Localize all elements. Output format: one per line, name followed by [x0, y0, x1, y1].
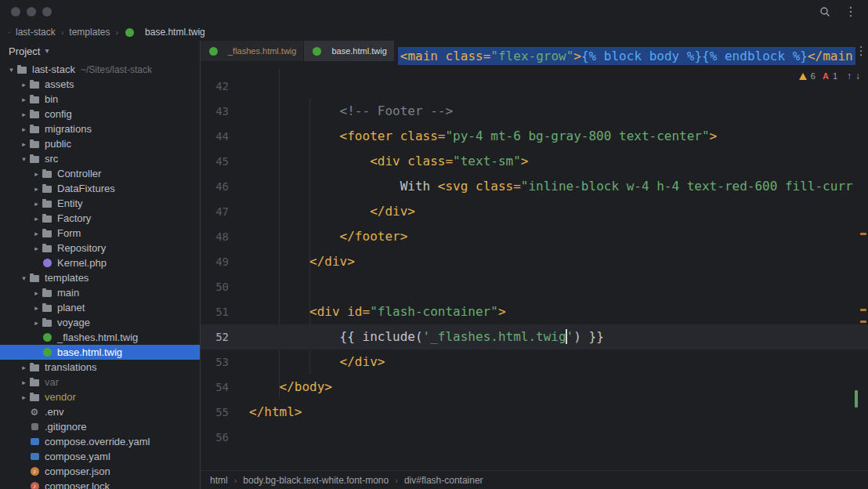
- code-text: </div>: [249, 249, 355, 274]
- twig-file-icon: [311, 46, 322, 56]
- code-token: <footer class=: [340, 129, 446, 143]
- editor-area[interactable]: 6 A 1 ↑ ↓ 4243 <!-- Footer -->44 <footer…: [201, 61, 868, 470]
- tab-flashes-html-twig[interactable]: _flashes.html.twig: [201, 41, 303, 61]
- tree-item-label: templates: [45, 272, 89, 284]
- breadcrumb-item-base-html-twig[interactable]: base.html.twig: [145, 27, 205, 38]
- chevron-right-icon[interactable]: ▸: [19, 140, 29, 148]
- line-number[interactable]: 46: [201, 174, 249, 199]
- line-number[interactable]: 54: [201, 375, 249, 400]
- line-number[interactable]: 45: [201, 149, 249, 174]
- chevron-right-icon[interactable]: ▸: [31, 170, 42, 178]
- previous-problem-arrow-icon[interactable]: ↑: [847, 63, 852, 89]
- chevron-right-icon[interactable]: ▸: [19, 125, 29, 133]
- minimize-button[interactable]: [27, 7, 36, 16]
- code-token: With: [400, 179, 438, 194]
- tree-item-kernel-php[interactable]: Kernel.php: [0, 255, 200, 270]
- chevron-down-icon[interactable]: ▾: [19, 155, 29, 163]
- tree-item-base-html-twig[interactable]: base.html.twig: [0, 345, 200, 360]
- folder-icon: [42, 228, 52, 238]
- chevron-right-icon[interactable]: ▸: [31, 215, 42, 223]
- line-number[interactable]: 49: [201, 249, 249, 274]
- breadcrumb-item-templates[interactable]: templates: [69, 27, 110, 38]
- chevron-right-icon[interactable]: ▸: [31, 304, 42, 312]
- code-line-51: 51 <div id="flash-container">: [201, 299, 868, 324]
- kebab-menu-icon[interactable]: ⋮: [844, 5, 857, 18]
- tree-item-vendor[interactable]: ▸vendor: [0, 389, 200, 404]
- scrollbar-stripe-area[interactable]: [855, 61, 868, 470]
- line-number[interactable]: 56: [201, 425, 249, 450]
- tree-item-planet[interactable]: ▸planet: [0, 300, 200, 315]
- code-line-49: 49 </div>: [201, 249, 868, 274]
- tree-item-assets[interactable]: ▸assets: [0, 77, 200, 92]
- line-number[interactable]: 52: [201, 324, 249, 350]
- chevron-right-icon[interactable]: ▸: [31, 244, 42, 252]
- tab-base-html-twig[interactable]: base.html.twig: [304, 41, 393, 61]
- chevron-right-icon[interactable]: ▸: [19, 96, 29, 103]
- tree-item-label: composer.lock: [45, 480, 110, 489]
- line-number[interactable]: 44: [201, 124, 249, 149]
- chevron-down-icon[interactable]: ▾: [19, 274, 29, 282]
- breadcrumb-item-html[interactable]: html: [210, 475, 228, 486]
- tree-item-templates[interactable]: ▾templates: [0, 270, 200, 285]
- zoom-button[interactable]: [42, 7, 52, 16]
- code-text: <div id="flash-container">: [249, 299, 506, 324]
- tree-item-composer-json[interactable]: ♪composer.json: [0, 464, 200, 479]
- line-number[interactable]: 42: [201, 74, 249, 99]
- chevron-right-icon[interactable]: ▸: [31, 289, 42, 297]
- tree-item-src[interactable]: ▾src: [0, 151, 200, 166]
- tree-item-controller[interactable]: ▸Controller: [0, 166, 200, 181]
- folder-icon: [42, 302, 52, 313]
- line-number[interactable]: 48: [201, 224, 249, 249]
- tree-item-repository[interactable]: ▸Repository: [0, 241, 200, 255]
- breadcrumb-item-body-bg-black-text-white-font-mono[interactable]: body.bg-black.text-white.font-mono: [243, 475, 389, 486]
- tree-item-var[interactable]: ▸var: [0, 375, 200, 389]
- tab-options-kebab-icon[interactable]: ⋮: [855, 44, 868, 58]
- chevron-right-icon[interactable]: ▸: [19, 393, 29, 401]
- code-line-47: 47 </div>: [201, 199, 868, 224]
- close-button[interactable]: [11, 7, 20, 16]
- chevron-right-icon[interactable]: ▸: [19, 81, 29, 89]
- chevron-right-icon[interactable]: ▸: [31, 185, 42, 193]
- breadcrumb-item-last-stack[interactable]: last-stack: [16, 27, 56, 38]
- tree-item-last-stack[interactable]: ▾last-stack~/Sites/last-stack: [0, 62, 200, 77]
- tree-item-env[interactable]: ⚙.env: [0, 404, 200, 419]
- indent-whitespace: [249, 129, 340, 143]
- chevron-right-icon[interactable]: ▸: [19, 364, 29, 371]
- tree-item-factory[interactable]: ▸Factory: [0, 211, 200, 226]
- chevron-down-icon[interactable]: ▾: [6, 66, 16, 74]
- code-text: <!-- Footer -->: [249, 99, 453, 124]
- search-icon[interactable]: [819, 6, 830, 17]
- chevron-right-icon[interactable]: ▸: [31, 319, 42, 327]
- chevron-right-icon[interactable]: ▸: [31, 200, 42, 208]
- line-number[interactable]: 53: [201, 350, 249, 375]
- tree-item-datafixtures[interactable]: ▸DataFixtures: [0, 181, 200, 196]
- chevron-right-icon[interactable]: ▸: [19, 379, 29, 386]
- chevron-right-icon[interactable]: ▸: [31, 230, 42, 237]
- tree-item-compose-override-yaml[interactable]: compose.override.yaml: [0, 434, 200, 449]
- tree-item-translations[interactable]: ▸translations: [0, 360, 200, 375]
- line-number[interactable]: 55: [201, 400, 249, 425]
- tree-item-main[interactable]: ▸main: [0, 285, 200, 300]
- tree-item-form[interactable]: ▸Form: [0, 226, 200, 241]
- tree-item-flashes-html-twig[interactable]: _flashes.html.twig: [0, 330, 200, 345]
- line-number[interactable]: 47: [201, 199, 249, 224]
- tree-item-voyage[interactable]: ▸voyage: [0, 315, 200, 330]
- project-panel-header[interactable]: Project ▾: [0, 41, 200, 61]
- line-number[interactable]: 51: [201, 299, 249, 324]
- code-token: "inline-block w-4 h-4 text-red-600 fill-…: [521, 179, 853, 194]
- chevron-right-icon[interactable]: ▸: [19, 110, 29, 118]
- tree-item-bin[interactable]: ▸bin: [0, 92, 200, 107]
- tree-item-entity[interactable]: ▸Entity: [0, 196, 200, 211]
- tree-item-migrations[interactable]: ▸migrations: [0, 121, 200, 136]
- tree-item-config[interactable]: ▸config: [0, 107, 200, 121]
- tree-item-compose-yaml[interactable]: compose.yaml: [0, 449, 200, 464]
- main-area: Project ▾ ▾last-stack~/Sites/last-stack▸…: [0, 41, 868, 489]
- folder-icon: [16, 64, 27, 74]
- line-number[interactable]: 50: [201, 274, 249, 299]
- tree-item-public[interactable]: ▸public: [0, 136, 200, 151]
- tree-item-gitignore[interactable]: .gitignore: [0, 419, 200, 434]
- inspections-widget[interactable]: 6 A 1 ↑ ↓: [799, 63, 860, 89]
- breadcrumb-item-div-flash-container[interactable]: div#flash-container: [404, 475, 483, 486]
- line-number[interactable]: 43: [201, 99, 249, 124]
- tree-item-composer-lock[interactable]: ♪composer.lock: [0, 479, 200, 489]
